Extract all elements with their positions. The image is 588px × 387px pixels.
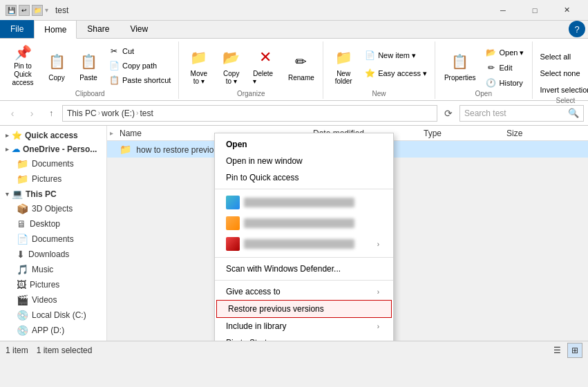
sidebar-music[interactable]: 🎵 Music bbox=[0, 262, 106, 277]
sidebar-onedrive[interactable]: ▸ ☁ OneDrive - Perso... bbox=[0, 142, 106, 156]
col-header-size[interactable]: Size bbox=[502, 129, 558, 138]
minimize-button[interactable]: ─ bbox=[487, 0, 519, 21]
maximize-button[interactable]: □ bbox=[519, 0, 551, 21]
tab-file[interactable]: File bbox=[0, 20, 34, 38]
details-view-button[interactable]: ☰ bbox=[549, 343, 565, 358]
ctx-scan[interactable]: Scan with Windows Defender... bbox=[215, 261, 393, 277]
sidebar-documents[interactable]: 📁 Documents bbox=[0, 156, 106, 171]
ctx-open-new-window[interactable]: Open in new window bbox=[215, 153, 393, 169]
sidebar-desktop[interactable]: 🖥 Desktop bbox=[0, 216, 106, 232]
easy-access-button[interactable]: ⭐ Easy access ▾ bbox=[361, 66, 430, 80]
content-area: ▸ ⭐ Quick access ▸ ☁ OneDrive - Perso...… bbox=[0, 126, 588, 341]
ctx-pin-quick-access[interactable]: Pin to Quick access bbox=[215, 169, 393, 186]
select-none-button[interactable]: Select none bbox=[537, 66, 589, 80]
tab-share[interactable]: Share bbox=[77, 20, 120, 38]
paste-button[interactable]: 📋 Paste bbox=[73, 43, 104, 88]
quick-access-dropdown[interactable]: ▾ bbox=[45, 6, 48, 14]
close-button[interactable]: ✕ bbox=[551, 0, 582, 21]
search-box[interactable]: Search test 🔍 bbox=[459, 105, 584, 122]
desktop-label: Desktop bbox=[30, 219, 60, 229]
history-label: History bbox=[500, 79, 523, 87]
properties-button[interactable]: 📋 Properties bbox=[439, 43, 481, 88]
ctx-blurred3-icon bbox=[226, 237, 240, 251]
ctx-blurred2[interactable] bbox=[215, 213, 393, 234]
breadcrumb-work[interactable]: work (E:) bbox=[102, 108, 135, 118]
copy-path-button[interactable]: 📄 Copy path bbox=[105, 59, 174, 73]
documents2-label: Documents bbox=[32, 234, 74, 244]
rename-icon: ✏ bbox=[290, 50, 312, 73]
rename-button[interactable]: ✏ Rename bbox=[284, 43, 319, 88]
sidebar-quick-access[interactable]: ▸ ⭐ Quick access bbox=[0, 129, 106, 142]
new-folder-label: Newfolder bbox=[335, 70, 352, 85]
copy-to-label: Copyto ▾ bbox=[223, 70, 239, 85]
ctx-include-library[interactable]: Include in library › bbox=[215, 318, 393, 334]
resize-col-handle[interactable]: ▸ bbox=[110, 129, 115, 137]
ctx-open[interactable]: Open bbox=[215, 136, 393, 153]
ribbon-group-organize: 📁 Moveto ▾ 📂 Copyto ▾ ✕ Delete ▾ ✏ Renam… bbox=[179, 41, 323, 99]
ctx-blurred3[interactable]: › bbox=[215, 234, 393, 254]
new-item-icon: 📄 bbox=[364, 50, 375, 61]
select-all-button[interactable]: Select all bbox=[537, 50, 589, 64]
ctx-sep3 bbox=[215, 280, 393, 281]
pictures-icon: 📁 bbox=[17, 173, 28, 185]
title-bar: 💾 ↩ 📁 ▾ test ─ □ ✕ bbox=[0, 0, 588, 21]
quick-access-toolbar-undo[interactable]: ↩ bbox=[19, 5, 30, 16]
sidebar-this-pc[interactable]: ▾ 💻 This PC bbox=[0, 187, 106, 201]
delete-button[interactable]: ✕ Delete ▾ bbox=[248, 43, 282, 88]
cut-button[interactable]: ✂ Cut bbox=[105, 44, 174, 58]
music-label: Music bbox=[32, 265, 53, 274]
organize-content: 📁 Moveto ▾ 📂 Copyto ▾ ✕ Delete ▾ ✏ Renam… bbox=[183, 41, 319, 90]
breadcrumb-sep1: › bbox=[98, 109, 100, 117]
forward-button[interactable]: › bbox=[23, 105, 40, 122]
delete-label: Delete ▾ bbox=[253, 70, 277, 85]
breadcrumb-test[interactable]: test bbox=[140, 108, 153, 118]
new-folder-button[interactable]: 📁 Newfolder bbox=[328, 43, 359, 88]
refresh-button[interactable]: ⟳ bbox=[440, 105, 457, 122]
onedrive-label: OneDrive - Perso... bbox=[23, 144, 97, 154]
help-button[interactable]: ? bbox=[569, 21, 585, 37]
edit-label: Edit bbox=[500, 64, 513, 72]
ctx-restore[interactable]: Restore previous versions bbox=[216, 300, 392, 318]
ctx-pin-start[interactable]: Pin to Start bbox=[215, 334, 393, 341]
desktop-icon: 🖥 bbox=[17, 218, 26, 229]
copy-to-button[interactable]: 📂 Copyto ▾ bbox=[216, 43, 247, 88]
move-to-button[interactable]: 📁 Moveto ▾ bbox=[183, 43, 214, 88]
pin-to-quick-access-button[interactable]: 📌 Pin to Quickaccess bbox=[6, 43, 40, 88]
tab-home[interactable]: Home bbox=[34, 20, 77, 39]
sidebar-downloads[interactable]: ⬇ Downloads bbox=[0, 247, 106, 262]
tab-view[interactable]: View bbox=[120, 20, 158, 38]
ctx-blurred1[interactable] bbox=[215, 192, 393, 213]
large-icons-view-button[interactable]: ⊞ bbox=[567, 343, 582, 358]
sidebar-local-disk-c[interactable]: 💿 Local Disk (C:) bbox=[0, 308, 106, 323]
context-menu: Open Open in new window Pin to Quick acc… bbox=[214, 133, 394, 341]
select-none-label: Select none bbox=[540, 69, 580, 77]
open-button[interactable]: 📂 Open ▾ bbox=[482, 46, 528, 59]
up-button[interactable]: ↑ bbox=[43, 105, 59, 122]
sidebar-documents2[interactable]: 📄 Documents bbox=[0, 232, 106, 247]
sidebar-pictures2[interactable]: 🖼 Pictures bbox=[0, 277, 106, 292]
ctx-give-access[interactable]: Give access to › bbox=[215, 283, 393, 300]
downloads-label: Downloads bbox=[28, 249, 69, 259]
sidebar-pictures[interactable]: 📁 Pictures bbox=[0, 171, 106, 187]
quick-access-toolbar-save[interactable]: 💾 bbox=[6, 5, 17, 16]
paste-shortcut-button[interactable]: 📋 Paste shortcut bbox=[105, 73, 174, 87]
copy-button[interactable]: 📋 Copy bbox=[41, 43, 72, 88]
sidebar-app-d[interactable]: 💿 APP (D:) bbox=[0, 323, 106, 338]
new-item-button[interactable]: 📄 New item ▾ bbox=[361, 48, 430, 62]
quick-access-toolbar-folder[interactable]: 📁 bbox=[32, 5, 43, 16]
easy-access-label: Easy access ▾ bbox=[378, 69, 427, 78]
ctx-sep1 bbox=[215, 189, 393, 189]
breadcrumb-thispc[interactable]: This PC bbox=[67, 108, 97, 118]
history-button[interactable]: 🕐 History bbox=[482, 76, 528, 90]
sidebar-videos[interactable]: 🎬 Videos bbox=[0, 292, 106, 308]
address-path[interactable]: This PC › work (E:) › test bbox=[62, 105, 437, 122]
sidebar-3d-objects[interactable]: 📦 3D Objects bbox=[0, 201, 106, 216]
documents-label: Documents bbox=[32, 159, 74, 169]
back-button[interactable]: ‹ bbox=[4, 105, 21, 122]
edit-button[interactable]: ✏ Edit bbox=[482, 61, 528, 75]
status-bar: 1 item 1 item selected ☰ ⊞ bbox=[0, 341, 588, 359]
clipboard-small-btns: ✂ Cut 📄 Copy path 📋 Paste shortcut bbox=[105, 43, 174, 87]
invert-selection-button[interactable]: Invert selection bbox=[537, 83, 589, 97]
clipboard-content: 📌 Pin to Quickaccess 📋 Copy 📋 Paste ✂ Cu… bbox=[6, 41, 174, 90]
col-header-type[interactable]: Type bbox=[419, 129, 502, 138]
